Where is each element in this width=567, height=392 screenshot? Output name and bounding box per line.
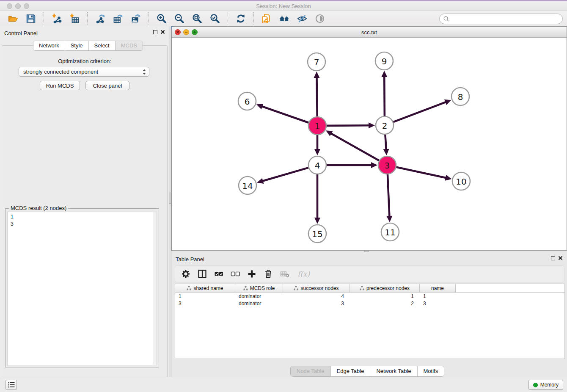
export-network-icon[interactable] (95, 13, 106, 24)
import-network-icon[interactable] (51, 13, 62, 24)
table-panel-title: Table Panel (176, 256, 204, 262)
toolbar-separator (149, 12, 149, 25)
graph-edge-2-9[interactable] (384, 76, 385, 116)
show-graphics-details-icon[interactable] (314, 13, 325, 24)
column-header-mcds-role[interactable]: MCDS role (235, 284, 283, 292)
zoom-in-icon[interactable] (156, 13, 167, 24)
zoom-selected-icon[interactable] (209, 13, 220, 24)
tab-node-table[interactable]: Node Table (291, 366, 330, 376)
app-titlebar: Session: New Session (0, 0, 567, 11)
zoom-fit-icon[interactable] (192, 13, 203, 24)
table-panel-tabs: Node Table Edge Table Network Table Moti… (290, 366, 444, 377)
graph-edge-3-10[interactable] (396, 167, 446, 178)
delete-table-icon[interactable] (280, 269, 289, 279)
tab-motifs[interactable]: Motifs (417, 366, 444, 376)
tab-network[interactable]: Network (33, 41, 65, 50)
select-chevrons-icon (142, 69, 147, 75)
node-table[interactable]: shared name MCDS role successor nodes pr… (175, 284, 565, 359)
close-panel-icon[interactable] (160, 30, 165, 34)
float-panel-icon[interactable] (153, 30, 157, 34)
zoom-out-icon[interactable] (174, 13, 185, 24)
table-settings-icon[interactable] (181, 269, 190, 279)
memory-button[interactable]: Memory (528, 380, 563, 390)
search-input[interactable] (451, 16, 559, 22)
tab-network-table[interactable]: Network Table (370, 366, 417, 376)
save-session-icon[interactable] (25, 13, 36, 24)
show-columns-icon[interactable] (198, 269, 207, 279)
graph-edge-arrowhead (314, 149, 320, 155)
search-field[interactable] (439, 14, 563, 24)
table-row[interactable]: 3 dominator 3 2 3 (175, 300, 564, 307)
splitter-grip[interactable] (169, 193, 171, 204)
cell-mcds-role[interactable]: dominator (235, 301, 283, 306)
cell-successor-nodes[interactable]: 4 (283, 293, 350, 299)
graph-edge-arrowhead (383, 149, 389, 155)
graph-edge-arrowhead (257, 178, 264, 184)
cell-mcds-role[interactable]: dominator (235, 293, 283, 299)
open-session-icon[interactable] (8, 13, 19, 24)
graph-node-label: 10 (456, 177, 466, 187)
column-header-predecessor-nodes[interactable]: predecessor nodes (350, 284, 420, 292)
graph-node-label: 2 (382, 121, 388, 131)
toolbar-separator (87, 12, 88, 25)
tab-edge-table[interactable]: Edge Table (330, 366, 370, 376)
control-panel-tabs: Network Style Select MCDS (33, 41, 143, 51)
graph-edge-4-14[interactable] (262, 168, 308, 181)
table-row[interactable]: 1 dominator 4 1 1 (175, 293, 564, 300)
column-header-shared-name[interactable]: shared name (175, 284, 235, 292)
network-graph[interactable]: 1234678910111415 (172, 38, 567, 250)
tab-style[interactable]: Style (65, 41, 88, 50)
task-history-button[interactable] (6, 380, 17, 390)
import-table-icon[interactable] (69, 13, 80, 24)
cell-name[interactable]: 3 (420, 301, 456, 306)
cell-predecessor-nodes[interactable]: 1 (350, 293, 420, 299)
tree-icon (187, 286, 191, 290)
graph-edge-3-11[interactable] (388, 174, 389, 217)
graph-node-label: 15 (312, 229, 322, 239)
graph-edge-2-3[interactable] (385, 135, 386, 150)
deselect-all-icon[interactable] (231, 269, 240, 279)
close-panel-button[interactable]: Close panel (85, 81, 129, 90)
home-view-icon[interactable] (279, 13, 290, 24)
function-builder-icon[interactable]: f(x) (297, 270, 310, 278)
select-all-icon[interactable] (214, 269, 223, 279)
graph-edge-arrowhead (371, 162, 377, 168)
graph-edge-arrowhead (369, 122, 375, 128)
graph-edge-1-6[interactable] (261, 106, 308, 123)
refresh-view-icon[interactable] (235, 13, 246, 24)
cell-predecessor-nodes[interactable]: 2 (350, 301, 420, 306)
graph-edge-1-7[interactable] (317, 77, 317, 116)
float-panel-icon[interactable] (551, 256, 555, 260)
network-canvas[interactable]: 1234678910111415 (172, 38, 567, 250)
graph-edge-1-2[interactable] (327, 125, 370, 126)
result-scrollbar[interactable] (153, 212, 157, 365)
close-panel-icon[interactable] (558, 256, 563, 260)
column-header-name[interactable]: name (420, 284, 456, 292)
criterion-select[interactable]: strongly connected component (19, 67, 149, 77)
cell-successor-nodes[interactable]: 3 (283, 301, 350, 306)
table-toolbar: f(x) (175, 265, 565, 282)
cell-name[interactable]: 1 (420, 293, 456, 299)
main-toolbar (0, 11, 567, 26)
column-header-successor-nodes[interactable]: successor nodes (283, 284, 350, 292)
cell-shared-name[interactable]: 1 (175, 293, 235, 299)
graph-edge-2-8[interactable] (394, 102, 447, 122)
graph-node-label: 6 (245, 97, 250, 107)
search-icon (443, 16, 449, 22)
cell-shared-name[interactable]: 3 (175, 301, 235, 306)
hide-graphics-details-icon[interactable] (297, 13, 308, 24)
graph-node-label: 11 (385, 227, 395, 237)
add-row-icon[interactable] (247, 269, 256, 279)
export-table-icon[interactable] (113, 13, 124, 24)
export-image-icon[interactable] (130, 13, 141, 24)
tab-mcds[interactable]: MCDS (115, 41, 143, 50)
criterion-value: strongly connected component (23, 69, 98, 75)
run-mcds-button[interactable]: Run MCDS (40, 81, 80, 90)
clone-network-icon[interactable] (261, 13, 272, 24)
table-panel: Table Panel (171, 252, 567, 377)
delete-row-icon[interactable] (264, 269, 273, 279)
tab-select[interactable]: Select (88, 41, 115, 50)
network-window-titlebar: scc.txt (172, 27, 567, 38)
graph-node-label: 14 (242, 181, 253, 191)
graph-edge-3-1[interactable] (330, 133, 379, 160)
